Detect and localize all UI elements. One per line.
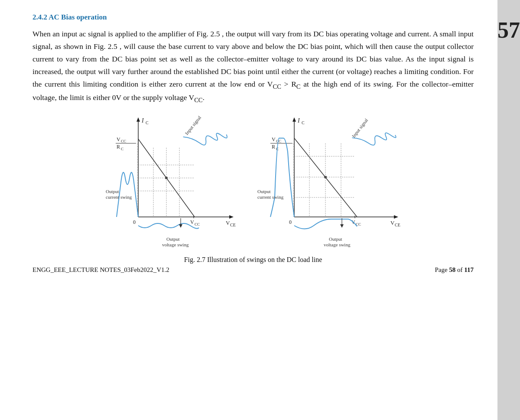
left-diagram-svg: I C V CE V CC R C xyxy=(104,113,238,252)
svg-marker-65 xyxy=(340,224,344,228)
svg-text:C: C xyxy=(302,120,305,125)
svg-text:current swing: current swing xyxy=(257,194,284,200)
svg-text:R: R xyxy=(272,144,275,150)
svg-marker-5 xyxy=(229,215,234,219)
svg-marker-34 xyxy=(292,117,296,122)
right-diagram-svg: I C V CE V CC R C xyxy=(255,113,403,252)
sidebar: 57 xyxy=(497,0,520,420)
svg-text:V: V xyxy=(390,220,395,226)
svg-marker-38 xyxy=(394,215,398,219)
svg-text:current swing: current swing xyxy=(106,194,132,200)
svg-text:CC: CC xyxy=(121,139,126,143)
svg-text:0: 0 xyxy=(289,219,292,225)
svg-text:CE: CE xyxy=(230,223,236,227)
svg-text:I: I xyxy=(297,117,300,124)
svg-text:CC: CC xyxy=(195,222,200,226)
svg-text:voltage swing: voltage swing xyxy=(162,242,189,247)
footer-right: Page 58 of 117 xyxy=(435,266,474,274)
figure-container: I C V CE V CC R C xyxy=(32,113,474,252)
body-paragraph: When an input ac signal is applied to th… xyxy=(32,28,474,105)
svg-text:C: C xyxy=(121,147,124,151)
figure-caption: Fig. 2.7 Illustration of swings on the D… xyxy=(32,256,474,264)
svg-text:Input signal: Input signal xyxy=(184,115,202,136)
left-diagram: I C V CE V CC R C xyxy=(104,113,238,252)
svg-text:voltage swing: voltage swing xyxy=(324,242,351,247)
svg-text:V: V xyxy=(117,136,120,142)
right-diagram: I C V CE V CC R C xyxy=(255,113,403,252)
svg-text:Output: Output xyxy=(106,189,119,194)
svg-text:V: V xyxy=(226,220,230,226)
svg-text:Output: Output xyxy=(166,236,180,242)
svg-marker-32 xyxy=(179,224,182,228)
svg-marker-1 xyxy=(136,117,140,122)
svg-text:Input signal: Input signal xyxy=(351,117,369,139)
svg-text:0: 0 xyxy=(133,219,136,225)
svg-text:Output: Output xyxy=(329,236,342,242)
svg-text:V: V xyxy=(190,219,194,225)
sidebar-page-number: 57 xyxy=(497,17,520,43)
svg-text:R: R xyxy=(117,144,120,150)
svg-text:Output: Output xyxy=(257,189,271,194)
body-text: When an input ac signal is applied to th… xyxy=(32,28,474,105)
content-area: 2.4.2 AC Bias operation When an input ac… xyxy=(0,0,497,420)
svg-text:V: V xyxy=(272,136,276,142)
svg-text:CE: CE xyxy=(395,223,400,227)
footer: ENGG_EEE_LECTURE NOTES_03Feb2022_V1.2 Pa… xyxy=(32,266,474,274)
footer-left: ENGG_EEE_LECTURE NOTES_03Feb2022_V1.2 xyxy=(32,266,169,274)
svg-text:C: C xyxy=(146,120,149,125)
svg-text:I: I xyxy=(141,117,144,124)
page-container: 2.4.2 AC Bias operation When an input ac… xyxy=(0,0,520,420)
section-title: 2.4.2 AC Bias operation xyxy=(32,13,474,22)
